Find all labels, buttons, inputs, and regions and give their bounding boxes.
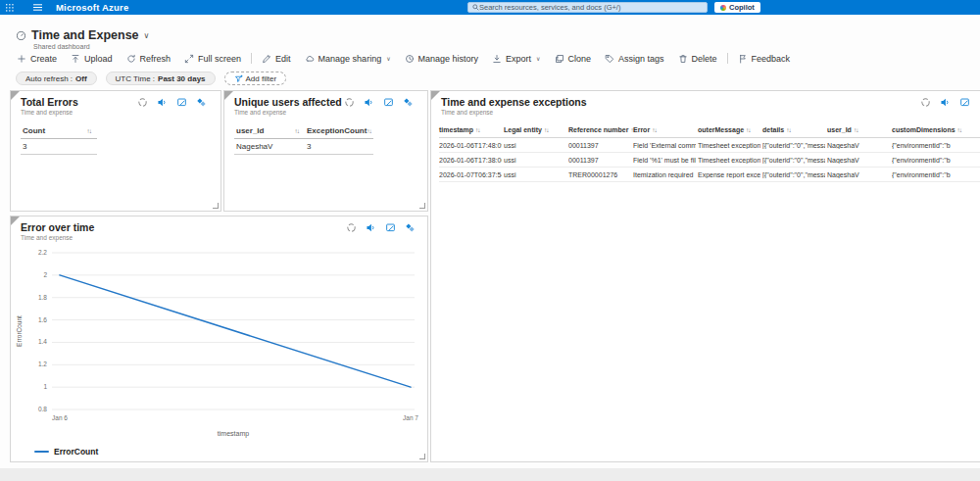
unique-users-table: user_Id ↑↓ ExceptionCount ↑↓ NageshaV 3 — [234, 123, 427, 155]
dashboard-icon — [16, 30, 26, 41]
svg-text:Jan 6: Jan 6 — [52, 414, 68, 421]
legend-line-swatch — [34, 451, 49, 453]
tile-speaker-icon[interactable] — [940, 97, 951, 108]
tile-refresh-spinner-icon[interactable] — [344, 97, 355, 108]
chevron-down-icon: ∨ — [386, 55, 390, 62]
manage-history-button[interactable]: Manage history — [398, 54, 486, 64]
tile-refresh-spinner-icon[interactable] — [137, 97, 148, 108]
column-header-user-id[interactable]: user_Id ↑↓ — [234, 123, 305, 139]
azure-portal-page: Microsoft Azure Copilot Time and Expense… — [0, 0, 980, 481]
utc-time-pill[interactable]: UTC Time : Past 30 days — [106, 72, 216, 85]
dashboard-header: Time and Expense ∨ — [16, 28, 149, 42]
svg-text:1.2: 1.2 — [38, 361, 47, 367]
tile-edit-note-icon[interactable] — [383, 97, 394, 108]
edit-button[interactable]: Edit — [255, 54, 298, 64]
tile-subtitle: Time and expense — [21, 234, 419, 241]
product-title[interactable]: Microsoft Azure — [56, 2, 128, 13]
page-title: Time and Expense — [31, 28, 139, 42]
column-header-exception-count[interactable]: ExceptionCount ↑↓ — [305, 123, 373, 139]
tile-workbook-icon[interactable] — [403, 97, 414, 108]
column-header-timestamp[interactable]: timestamp↑↓ — [439, 126, 502, 133]
search-icon — [472, 4, 479, 11]
chart-legend[interactable]: ErrorCount — [34, 447, 427, 457]
sort-icon: ↑↓ — [544, 126, 549, 133]
dashboard-switcher-chevron-icon[interactable]: ∨ — [144, 31, 150, 40]
search-input[interactable] — [479, 3, 703, 12]
add-filter-pill[interactable]: Add filter — [224, 72, 287, 85]
tile-subtitle: Time and expense — [21, 109, 213, 116]
tile-speaker-icon[interactable] — [366, 222, 376, 233]
refresh-button[interactable]: Refresh — [120, 54, 178, 64]
export-button[interactable]: Export ∨ — [485, 54, 547, 64]
tile-refresh-spinner-icon[interactable] — [346, 222, 357, 233]
column-header-custom-dimensions[interactable]: customDimensions↑↓ — [892, 126, 980, 133]
create-button[interactable]: Create — [10, 54, 64, 64]
table-row[interactable]: 3 — [21, 139, 220, 155]
svg-text:0.8: 0.8 — [38, 406, 47, 412]
auto-refresh-pill[interactable]: Auto refresh : Off — [16, 72, 97, 85]
clone-button[interactable]: Clone — [548, 54, 599, 64]
svg-text:1.4: 1.4 — [38, 338, 47, 345]
sort-icon: ↑↓ — [87, 127, 92, 134]
copilot-icon — [720, 5, 726, 11]
tile-refresh-spinner-icon[interactable] — [920, 97, 931, 108]
page-subtitle: Shared dashboard — [33, 43, 90, 50]
table-row[interactable]: NageshaV 3 — [234, 139, 427, 155]
column-header-outer-message[interactable]: outerMessage↑↓ — [698, 126, 760, 133]
svg-text:timestamp: timestamp — [218, 430, 249, 438]
refresh-icon — [126, 54, 136, 64]
pencil-icon — [262, 54, 271, 64]
tile-edit-note-icon[interactable] — [959, 97, 970, 108]
delete-button[interactable]: Delete — [671, 54, 724, 64]
column-header-count[interactable]: Count ↑↓ — [21, 123, 97, 139]
waffle-menu-button[interactable] — [0, 0, 20, 15]
add-filter-icon — [234, 74, 243, 83]
toolbar-divider — [251, 53, 252, 64]
svg-text:1.6: 1.6 — [38, 316, 47, 323]
table-row[interactable]: 2026-01-06T17:38:06 ussi 00011397 Field … — [439, 153, 980, 168]
sort-icon: ↑↓ — [295, 127, 300, 134]
assign-tags-button[interactable]: Assign tags — [598, 54, 671, 64]
tile-workbook-icon[interactable] — [196, 97, 207, 108]
column-header-reference-number[interactable]: Reference number↑↓ — [568, 126, 631, 133]
tile-workbook-icon[interactable] — [405, 222, 416, 233]
export-icon — [492, 54, 502, 64]
hamburger-menu-button[interactable] — [27, 0, 48, 15]
sort-icon: ↑↓ — [786, 126, 791, 133]
manage-sharing-button[interactable]: Manage sharing ∨ — [298, 54, 398, 64]
svg-text:2.2: 2.2 — [38, 249, 47, 256]
table-row[interactable]: 2026-01-07T06:37:54 ussi TRER00001276 It… — [439, 168, 980, 182]
tile-resize-handle[interactable] — [419, 454, 425, 459]
command-bar: Create Upload Refresh Full screen Edit — [10, 51, 797, 66]
tile-title: Time and expense exceptions — [441, 96, 980, 108]
tag-icon — [605, 54, 614, 64]
tile-resize-handle[interactable] — [419, 203, 425, 209]
svg-text:1.8: 1.8 — [38, 294, 47, 301]
tile-total-errors: Total Errors Time and expense Count ↑↓ — [10, 90, 221, 212]
legend-label: ErrorCount — [54, 447, 98, 457]
tile-speaker-icon[interactable] — [157, 97, 168, 108]
filter-bar: Auto refresh : Off UTC Time : Past 30 da… — [16, 72, 286, 85]
sort-icon: ↑↓ — [957, 126, 962, 133]
toolbar-divider — [727, 53, 728, 64]
tile-edit-note-icon[interactable] — [385, 222, 396, 233]
tile-edit-note-icon[interactable] — [176, 97, 187, 108]
svg-text:1: 1 — [43, 383, 47, 390]
copilot-button[interactable]: Copilot — [714, 2, 760, 13]
sort-icon: ↑↓ — [367, 127, 371, 134]
upload-button[interactable]: Upload — [64, 54, 120, 64]
full-screen-button[interactable]: Full screen — [177, 54, 248, 64]
column-header-legal-entity[interactable]: Legal entity↑↓ — [504, 126, 566, 133]
tile-resize-handle[interactable] — [213, 203, 219, 209]
feedback-button[interactable]: Feedback — [731, 54, 798, 64]
tile-speaker-icon[interactable] — [364, 97, 374, 108]
column-header-details[interactable]: details↑↓ — [762, 126, 825, 133]
svg-text:ErrorCount: ErrorCount — [16, 315, 23, 347]
global-search — [467, 2, 708, 13]
sort-icon: ↑↓ — [854, 126, 858, 133]
page-bottom-strip — [0, 468, 980, 481]
column-header-user-id[interactable]: user_Id↑↓ — [827, 126, 890, 133]
table-row[interactable]: 2026-01-06T17:48:09 ussi 00011397 Field … — [439, 138, 980, 153]
hamburger-icon — [33, 4, 42, 11]
column-header-error[interactable]: Error↑↓ — [633, 126, 696, 133]
